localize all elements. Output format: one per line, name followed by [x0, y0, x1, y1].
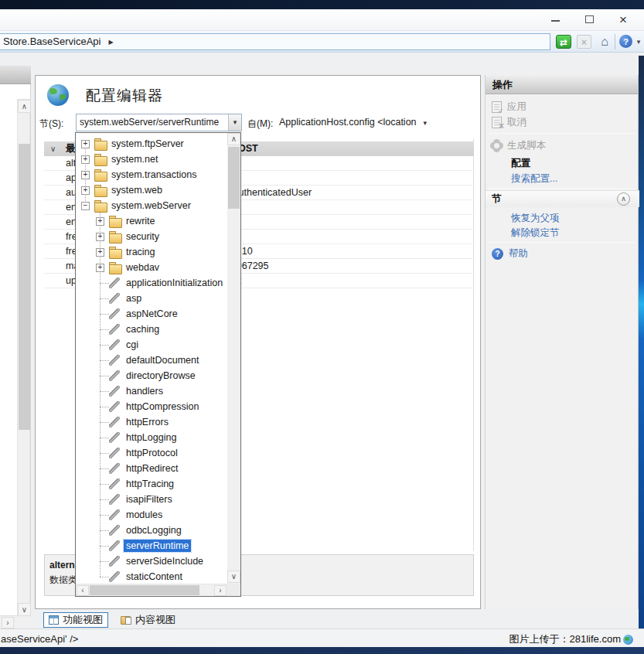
tree-connector	[100, 453, 109, 454]
pencil-icon	[109, 339, 120, 350]
scrollbar-thumb[interactable]	[90, 585, 199, 595]
connections-vertical-scrollbar[interactable]: ∧ ∨	[17, 99, 30, 615]
section-combobox-dropdown-button[interactable]: ▾	[228, 114, 241, 131]
tree-item[interactable]: httpLogging	[76, 430, 227, 445]
pencil-icon	[109, 370, 120, 381]
expand-toggle-icon[interactable]: +	[96, 233, 104, 241]
unlock-label: 解除锁定节	[511, 227, 560, 240]
tree-connector	[100, 484, 109, 485]
tree-item[interactable]: +rewrite	[76, 213, 227, 229]
pencil-icon	[109, 324, 120, 335]
tree-item[interactable]: httpCompression	[76, 399, 227, 414]
search-config-link[interactable]: 搜索配置...	[486, 171, 639, 186]
expand-toggle-icon[interactable]: +	[96, 248, 104, 257]
tree-item[interactable]: applicationInitialization	[76, 275, 227, 291]
tree-item[interactable]: cgi	[76, 337, 227, 353]
tree-item-label: system.webServer	[111, 200, 191, 211]
tree-item[interactable]: odbcLogging	[76, 523, 227, 538]
pencil-icon	[109, 278, 120, 288]
cancel-button[interactable]: 取消	[486, 114, 639, 130]
tree-item[interactable]: httpProtocol	[76, 445, 227, 461]
tree-item[interactable]: httpTracing	[76, 476, 227, 492]
tree-item[interactable]: +system.transactions	[76, 167, 227, 182]
scroll-up-arrow[interactable]: ∧	[227, 133, 240, 145]
collapse-section-button[interactable]: ∧	[617, 192, 630, 206]
tree-item[interactable]: +webdav	[76, 260, 227, 275]
dropdown-vertical-scrollbar[interactable]: ∧ ∨	[227, 133, 240, 584]
property-value: 4294967295	[215, 259, 474, 273]
expand-toggle-icon[interactable]: +	[81, 155, 90, 164]
tree-item[interactable]: staticContent	[76, 569, 227, 584]
tree-item[interactable]: −system.webServer	[76, 198, 227, 213]
script-icon	[492, 141, 502, 151]
tree-item[interactable]: +system.ftpServer	[76, 136, 227, 152]
scrollbar-thumb[interactable]	[19, 144, 30, 430]
generate-script-label: 生成脚本	[507, 139, 546, 152]
tree-item[interactable]: handlers	[76, 383, 227, 399]
tree-item[interactable]: httpErrors	[76, 414, 227, 430]
collapse-chevron-icon[interactable]: ∨	[50, 141, 56, 156]
refresh-button[interactable]: ⇄	[556, 35, 571, 49]
tree-item-label: caching	[126, 324, 159, 335]
collapse-toggle-icon[interactable]: −	[81, 202, 90, 210]
expand-toggle-icon[interactable]: +	[96, 264, 104, 272]
tree-item[interactable]: httpRedirect	[76, 461, 227, 476]
separator	[489, 133, 635, 134]
expand-toggle-icon[interactable]: +	[81, 171, 90, 179]
tree-item[interactable]: isapiFilters	[76, 492, 227, 507]
tree-item[interactable]: caching	[76, 322, 227, 337]
tree-item[interactable]: +system.web	[76, 182, 227, 198]
section-group-header[interactable]: 节 ∧	[486, 190, 639, 207]
tree-item[interactable]: modules	[76, 507, 227, 523]
scroll-up-arrow[interactable]: ∧	[18, 100, 31, 113]
tree-connector	[100, 283, 109, 284]
from-combobox[interactable]: ApplicationHost.config <location▾	[279, 114, 427, 131]
property-value: UseAuthenticatedUser	[215, 186, 474, 199]
apply-icon	[492, 101, 502, 113]
help-button[interactable]: ?	[619, 35, 632, 48]
tree-item[interactable]: defaultDocument	[76, 353, 227, 368]
scrollbar-thumb[interactable]	[228, 147, 240, 209]
tab-content-view[interactable]: 内容视图	[116, 612, 180, 628]
tree-item-label: serverSideInclude	[126, 556, 203, 567]
home-button[interactable]: ⌂	[597, 35, 612, 49]
tree-item[interactable]: +security	[76, 229, 227, 244]
maximize-button[interactable]	[578, 13, 601, 27]
section-combobox-value: system.webServer/serverRuntime	[80, 114, 227, 131]
revert-to-parent-link[interactable]: 恢复为父项	[486, 210, 639, 226]
tree-item[interactable]: asp	[76, 291, 227, 306]
tree-item[interactable]: aspNetCore	[76, 306, 227, 322]
help-link[interactable]: ?帮助	[486, 246, 639, 261]
stop-icon: ×	[581, 37, 587, 48]
tree-item-label: aspNetCore	[126, 308, 178, 319]
expand-toggle-icon[interactable]: +	[81, 186, 90, 195]
tree-item[interactable]: +system.net	[76, 152, 227, 167]
tree-connector	[100, 422, 109, 423]
apply-button[interactable]: 应用	[486, 99, 639, 114]
unlock-section-link[interactable]: 解除锁定节	[486, 225, 639, 240]
expand-toggle-icon[interactable]: +	[81, 140, 90, 148]
tree-item[interactable]: serverSideInclude	[76, 554, 227, 569]
minimize-button[interactable]	[543, 13, 567, 27]
expand-toggle-icon[interactable]: +	[96, 217, 104, 226]
tree-item[interactable]: +tracing	[76, 244, 227, 260]
help-caret-icon[interactable]: ▾	[635, 35, 642, 49]
tab-features-view[interactable]: 功能视图	[43, 612, 108, 628]
stop-button[interactable]: ×	[577, 35, 591, 49]
scroll-right-arrow[interactable]: ›	[214, 585, 227, 596]
scroll-right-arrow[interactable]: ›	[2, 617, 14, 628]
breadcrumb[interactable]: Store.BaseServiceApi▶	[0, 33, 550, 50]
scroll-down-arrow[interactable]: ∨	[18, 603, 31, 616]
close-button[interactable]: ×	[612, 13, 635, 27]
scroll-down-arrow[interactable]: ∨	[227, 571, 240, 583]
breadcrumb-arrow-icon: ▶	[108, 39, 113, 46]
chevron-up-icon: ∧	[621, 195, 626, 203]
dropdown-horizontal-scrollbar[interactable]: ‹ ›	[76, 584, 227, 596]
section-combobox[interactable]: system.webServer/serverRuntime ▾	[76, 114, 242, 131]
scroll-left-arrow[interactable]: ‹	[77, 585, 89, 596]
tree-item-selected[interactable]: serverRuntime	[76, 538, 227, 554]
tree-item[interactable]: directoryBrowse	[76, 368, 227, 383]
connections-horizontal-scrollbar[interactable]: ›	[0, 615, 31, 628]
generate-script-button[interactable]: 生成脚本	[486, 138, 639, 153]
view-tabs: 功能视图 内容视图	[43, 611, 180, 628]
